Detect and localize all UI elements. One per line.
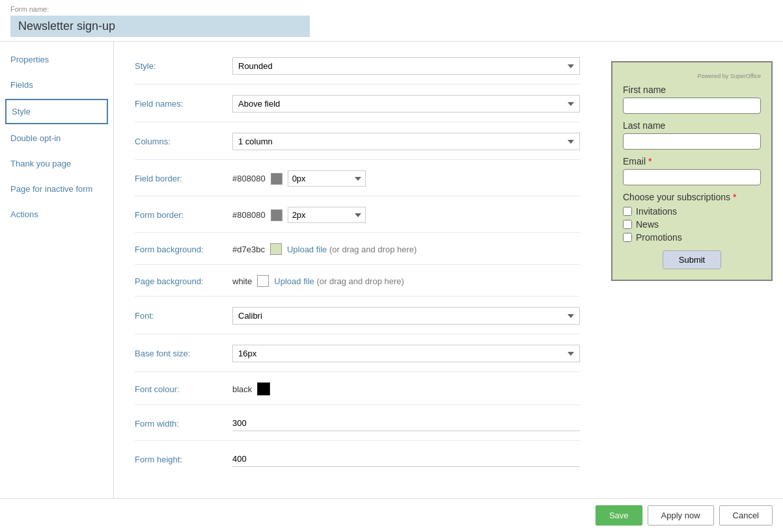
preview-first-name-label: First name: [623, 85, 761, 95]
font-row: Font: Calibri Arial Times New Roman Geor…: [135, 307, 580, 334]
form-background-label: Form background:: [135, 245, 232, 254]
style-select[interactable]: Rounded Square Minimal: [232, 57, 580, 75]
bottom-bar: Save Apply now Cancel: [0, 498, 783, 532]
cancel-button[interactable]: Cancel: [719, 505, 773, 525]
apply-now-button[interactable]: Apply now: [648, 505, 714, 525]
main-layout: Properties Fields Style Double opt-in Th…: [0, 42, 783, 498]
base-font-size-row: Base font size: 12px 14px 16px 18px 20px: [135, 345, 580, 372]
font-colour-control: black: [232, 382, 580, 395]
style-row: Style: Rounded Square Minimal: [135, 57, 580, 85]
form-height-label: Form height:: [135, 455, 232, 464]
field-border-color-code: #808080: [232, 174, 266, 183]
form-height-input[interactable]: [232, 451, 580, 467]
form-preview: Powered by SuperOffice First name Last n…: [611, 61, 773, 281]
columns-control: 1 column 2 columns: [232, 133, 580, 150]
sidebar-item-fields[interactable]: Fields: [0, 72, 113, 98]
style-label: Style:: [135, 61, 232, 71]
font-colour-value: black: [232, 384, 252, 394]
content-area: Style: Rounded Square Minimal Field name…: [114, 42, 601, 498]
form-border-color-swatch[interactable]: [271, 209, 282, 221]
field-border-control: #808080 0px 1px 2px 3px: [232, 170, 580, 187]
form-background-color-swatch[interactable]: [270, 243, 282, 255]
sidebar-item-thank-you-page[interactable]: Thank you page: [0, 151, 113, 176]
page-background-label: Page background:: [135, 276, 232, 286]
base-font-size-control: 12px 14px 16px 18px 20px: [232, 345, 580, 362]
field-names-select[interactable]: Above field Inside field No labels: [232, 95, 580, 113]
sidebar: Properties Fields Style Double opt-in Th…: [0, 42, 114, 498]
preview-checkbox-promotions: Promotions: [623, 232, 761, 243]
font-colour-swatch[interactable]: [257, 382, 270, 395]
page-background-control: white Upload file (or drag and drop here…: [232, 275, 580, 287]
top-bar: Form name: Newsletter sign-up: [0, 0, 783, 42]
field-names-row: Field names: Above field Inside field No…: [135, 95, 580, 122]
font-colour-row: Font colour: black: [135, 382, 580, 405]
form-height-control: [232, 451, 580, 467]
style-control: Rounded Square Minimal: [232, 57, 580, 75]
base-font-size-label: Base font size:: [135, 349, 232, 358]
preview-email-input[interactable]: [623, 169, 761, 185]
page-background-row: Page background: white Upload file (or d…: [135, 275, 580, 297]
columns-select[interactable]: 1 column 2 columns: [232, 133, 580, 150]
form-border-control: #808080 0px 1px 2px 3px: [232, 207, 580, 223]
preview-first-name-input[interactable]: [623, 98, 761, 114]
form-name-label: Form name:: [10, 5, 773, 13]
field-border-size-select[interactable]: 0px 1px 2px 3px: [288, 170, 366, 187]
form-border-color-code: #808080: [232, 210, 266, 220]
page-background-color-swatch[interactable]: [257, 275, 269, 287]
sidebar-item-double-opt-in[interactable]: Double opt-in: [0, 126, 113, 151]
font-label: Font:: [135, 311, 232, 321]
form-background-upload-link[interactable]: Upload file (or drag and drop here): [287, 245, 417, 254]
columns-label: Columns:: [135, 137, 232, 146]
base-font-size-select[interactable]: 12px 14px 16px 18px 20px: [232, 345, 580, 362]
preview-checkbox-invitations: Invitations: [623, 206, 761, 217]
form-background-row: Form background: #d7e3bc Upload file (or…: [135, 243, 580, 265]
form-height-row: Form height:: [135, 451, 580, 476]
sidebar-item-page-for-inactive[interactable]: Page for inactive form: [0, 176, 113, 202]
field-border-row: Field border: #808080 0px 1px 2px 3px: [135, 170, 580, 196]
preview-checkbox-news: News: [623, 219, 761, 230]
preview-email-label: Email *: [623, 156, 761, 166]
form-name-value: Newsletter sign-up: [10, 16, 310, 37]
form-border-label: Form border:: [135, 210, 232, 220]
font-control: Calibri Arial Times New Roman Georgia: [232, 307, 580, 325]
form-border-row: Form border: #808080 0px 1px 2px 3px: [135, 207, 580, 233]
preview-news-checkbox[interactable]: [623, 220, 632, 229]
sidebar-item-style[interactable]: Style: [5, 99, 108, 124]
preview-submit-button[interactable]: Submit: [663, 250, 721, 269]
form-width-control: [232, 416, 580, 431]
preview-last-name-input[interactable]: [623, 133, 761, 150]
field-border-color-swatch[interactable]: [271, 173, 282, 185]
form-border-size-select[interactable]: 0px 1px 2px 3px: [288, 207, 366, 223]
form-width-label: Form width:: [135, 419, 232, 429]
save-button[interactable]: Save: [596, 505, 642, 525]
preview-promotions-checkbox[interactable]: [623, 233, 632, 242]
preview-last-name-label: Last name: [623, 120, 761, 131]
sidebar-item-actions[interactable]: Actions: [0, 202, 113, 227]
powered-by-text: Powered by SuperOffice: [623, 73, 761, 79]
field-names-control: Above field Inside field No labels: [232, 95, 580, 113]
page-background-upload-link[interactable]: Upload file (or drag and drop here): [274, 276, 404, 286]
preview-panel: Powered by SuperOffice First name Last n…: [601, 42, 783, 498]
field-border-label: Field border:: [135, 174, 232, 183]
preview-invitations-checkbox[interactable]: [623, 207, 632, 216]
form-background-control: #d7e3bc Upload file (or drag and drop he…: [232, 243, 580, 255]
form-width-input[interactable]: [232, 416, 580, 431]
font-select[interactable]: Calibri Arial Times New Roman Georgia: [232, 307, 580, 325]
preview-subscriptions-label: Choose your subscriptions *: [623, 192, 761, 202]
form-width-row: Form width:: [135, 416, 580, 441]
columns-row: Columns: 1 column 2 columns: [135, 133, 580, 160]
page-background-color-code: white: [232, 276, 252, 286]
sidebar-item-properties[interactable]: Properties: [0, 47, 113, 72]
font-colour-label: Font colour:: [135, 384, 232, 394]
field-names-label: Field names:: [135, 99, 232, 109]
form-background-color-code: #d7e3bc: [232, 245, 265, 254]
